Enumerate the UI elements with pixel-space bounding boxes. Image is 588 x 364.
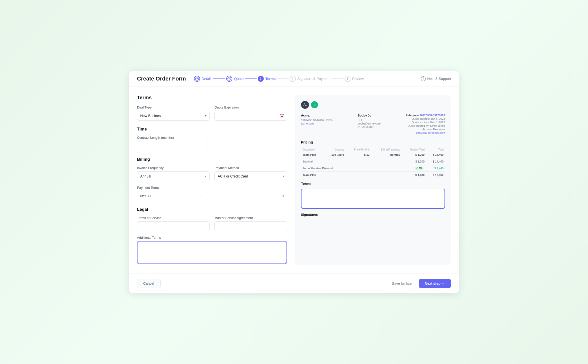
pricing-header-row: Description Quantity Price Per Unit Bill… — [301, 147, 445, 152]
right-panel: A. Acme. 198 Main St Austin, Texas acme.… — [295, 95, 451, 265]
preview-terms-box — [301, 189, 445, 209]
contract-length-group: Contract Length (months) 12 — [137, 136, 287, 151]
team-plan-empty-3 — [371, 172, 402, 178]
payment-method-wrapper: ACH or Credit Card — [214, 171, 287, 181]
preview-avatars: A. — [301, 101, 445, 109]
connector-2-3 — [245, 78, 257, 79]
col-quantity: Quantity — [324, 147, 346, 152]
quote-expiration-wrapper: December 27th, 2022 📅 — [214, 111, 287, 121]
main-content: Terms Deal Type New Business Quote Expir… — [129, 87, 459, 270]
discount-amount: $ 1,440 — [426, 166, 445, 171]
team-plan-empty-1 — [324, 172, 346, 178]
step-details[interactable]: Details — [194, 76, 212, 82]
preview-creator-email: emily@a-bordeaux.com — [406, 131, 445, 134]
step-4-label: Signature & Payment — [298, 77, 330, 81]
preview-company-col: Acme. 198 Main St Austin, Texas acme.com — [301, 114, 332, 134]
msa-label: Master Service Agreement — [214, 216, 287, 220]
team-plan-total: $ 12,960 — [426, 172, 445, 178]
team-plan-final-label: Team Plan — [301, 172, 324, 178]
team-plan-final-row: Team Plan $ 1,080 $ 12,960 — [301, 172, 445, 178]
additional-terms-textarea[interactable] — [137, 241, 287, 264]
subtotal-empty-3 — [371, 159, 402, 164]
col-price-per-unit: Price Per Unit — [346, 147, 371, 152]
preview-pricing-title: Pricing — [301, 140, 445, 144]
subtotal-total: $ 14,400 — [426, 159, 445, 164]
tos-label: Terms of Service — [137, 216, 210, 220]
step-3-icon: 3 — [258, 76, 264, 82]
discount-label: End of the Year Discount — [301, 166, 402, 171]
step-signature-payment[interactable]: 4 Signature & Payment — [290, 76, 330, 82]
help-support-label: Help & Support — [427, 77, 451, 81]
save-for-later-button[interactable]: Save for later — [392, 282, 413, 286]
invoice-frequency-select[interactable]: Annual — [137, 171, 210, 181]
col-monthly-total: Monthly Total — [402, 147, 426, 152]
payment-terms-group: Payment Terms Net 30 — [137, 186, 287, 201]
preview-contact-role: CFO — [358, 118, 380, 122]
quote-expiration-label: Quote Expiration — [214, 106, 287, 109]
row-quantity: 100 users — [324, 152, 346, 158]
step-3-label: Terms — [266, 77, 276, 81]
avatar-a: A. — [301, 101, 309, 109]
preview-reference-col: Reference 20220908-09170863 Quote create… — [406, 114, 445, 134]
quote-expiration-group: Quote Expiration December 27th, 2022 📅 — [214, 106, 287, 121]
connector-4-5 — [332, 78, 344, 79]
quote-expiration-input[interactable]: December 27th, 2022 — [214, 111, 287, 121]
invoice-frequency-wrapper: Annual — [137, 171, 210, 181]
preview-address: 198 Main St Austin, Texas — [301, 118, 332, 122]
msa-input[interactable]: https://www.dock.us/legal/msa — [214, 221, 287, 231]
connector-1-2 — [213, 78, 225, 79]
col-billing-freq: Billing Frequency — [371, 147, 402, 152]
next-step-button[interactable]: Next step → — [419, 279, 451, 288]
tos-input[interactable]: https://www.dock.us/legal/terms — [137, 221, 210, 231]
discount-badge-cell: -10% — [402, 166, 426, 171]
preview-reference-label: Reference 20220908-09170863 — [406, 114, 445, 117]
row-total: $ 14,400 — [426, 152, 445, 158]
help-support-link[interactable]: ? Help & Support — [421, 76, 451, 81]
payment-terms-select[interactable]: Net 30 — [137, 191, 207, 201]
deal-type-group: Deal Type New Business — [137, 106, 210, 121]
row-price-per-unit: $ 12 — [346, 152, 371, 158]
avatar-b — [310, 101, 318, 109]
preview-contact-name: Bobby Jo — [358, 114, 380, 117]
discount-row: End of the Year Discount -10% $ 1,440 — [301, 166, 445, 171]
step-review[interactable]: 5 Review — [344, 76, 364, 82]
contract-length-input[interactable]: 12 — [137, 141, 207, 151]
payment-terms-wrapper: Net 30 — [137, 191, 287, 201]
cancel-button[interactable]: Cancel — [137, 279, 160, 288]
row-monthly-total: $ 1,200 — [402, 152, 426, 158]
preview-company-name: Acme. — [301, 114, 332, 117]
pricing-row-team-plan: Team Plan 100 users $ 12 Monthly $ 1,200… — [301, 152, 445, 158]
deal-type-select[interactable]: New Business — [137, 111, 210, 121]
left-panel: Terms Deal Type New Business Quote Expir… — [137, 95, 287, 270]
payment-method-select[interactable]: ACH or Credit Card — [214, 171, 287, 181]
invoice-frequency-label: Invoice Frequency — [137, 166, 210, 170]
contract-length-label: Contract Length (months) — [137, 136, 287, 140]
help-icon: ? — [421, 76, 426, 81]
deal-type-label: Deal Type — [137, 106, 210, 109]
step-1-label: Details — [202, 77, 212, 81]
step-2-label: Quote — [234, 77, 244, 81]
footer-right: Save for later Next step → — [392, 279, 451, 288]
preview-quote-expires: Quote expires: Feb 8, 2023 — [406, 121, 445, 124]
preview-signatures-title: Signatures — [301, 213, 445, 216]
step-5-label: Review — [352, 77, 364, 81]
subtotal-empty-1 — [324, 159, 346, 164]
step-quote[interactable]: Quote — [226, 76, 244, 82]
step-terms[interactable]: 3 Terms — [258, 76, 276, 82]
step-4-icon: 4 — [290, 76, 296, 82]
payment-method-group: Payment Method ACH or Credit Card — [214, 166, 287, 181]
step-5-icon: 5 — [344, 76, 350, 82]
legal-section-title: Legal — [137, 207, 287, 212]
invoice-frequency-group: Invoice Frequency Annual — [137, 166, 210, 181]
app-container: Create Order Form Details Quote 3 — [129, 71, 459, 293]
row-description: Team Plan — [301, 152, 324, 158]
preview-info: Acme. 198 Main St Austin, Texas acme.com… — [301, 114, 445, 134]
col-description: Description — [301, 147, 324, 152]
col-total: Total — [426, 147, 445, 152]
team-plan-monthly: $ 1,080 — [402, 172, 426, 178]
time-section-title: Time — [137, 127, 287, 132]
step-1-icon — [194, 76, 200, 82]
pricing-table: Description Quantity Price Per Unit Bill… — [301, 147, 445, 178]
deal-type-select-wrapper: New Business — [137, 111, 210, 121]
preview-contact-email: bobby@acme.com — [358, 122, 380, 125]
